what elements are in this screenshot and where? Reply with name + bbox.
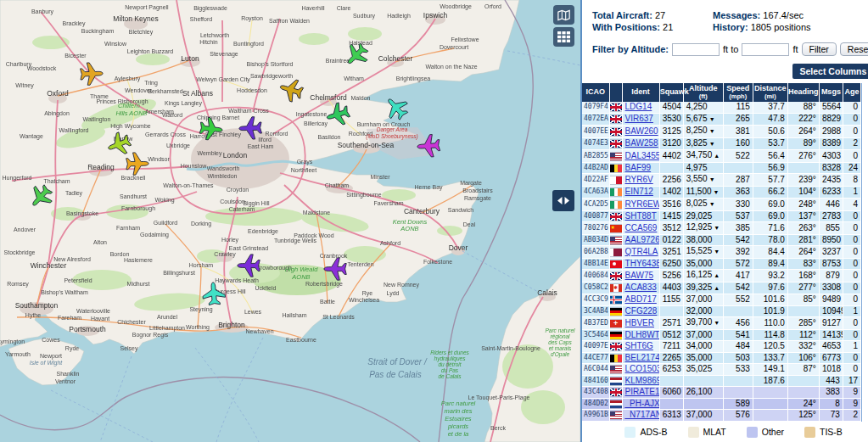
speed-cell: 363 (723, 186, 753, 199)
map-label: et de la (448, 430, 469, 438)
ident-link[interactable]: BAW258 (625, 138, 658, 148)
table-row[interactable]: 44B2ADBAF994,97556.9832824 (582, 162, 861, 174)
column-header[interactable]: Ident (622, 83, 659, 102)
ident-link[interactable]: RYR6V (625, 175, 653, 184)
ident-link[interactable]: BEL2174 (625, 353, 660, 362)
map-label: picards (447, 422, 468, 430)
table-row[interactable]: 4007EEBAW26031258,250 ▼38150.6264°29880 (582, 126, 861, 138)
squawk-cell: 3512 (659, 222, 683, 235)
table-grid-button[interactable] (553, 27, 574, 47)
ident-link[interactable]: SHT6G (625, 341, 653, 350)
heading-cell: 88° (787, 102, 819, 113)
ident-link[interactable]: LDG14 (625, 102, 652, 111)
climbing-icon: ▲ (712, 272, 720, 278)
ident-link[interactable]: THY6438 (625, 259, 660, 268)
ident-link[interactable]: ACA833 (625, 283, 657, 292)
table-row[interactable]: 4CC3C9ABD717115537,000552101.685°94890 (582, 294, 861, 306)
altitude-max-input[interactable] (742, 43, 789, 56)
table-row[interactable]: AB2855DAL3455440234,750 ▲52256.4276°4303… (582, 150, 861, 163)
table-row[interactable]: 40097ESHT6G721134,000484120.5332°46531 (582, 341, 861, 353)
ident-link[interactable]: QTR4LA (625, 247, 658, 256)
ident-link[interactable]: _N717AN (625, 410, 660, 419)
column-header[interactable]: Speed(mph) (723, 83, 753, 102)
map-label: Fareham (58, 315, 81, 321)
ident-link[interactable]: PIRATE14 (625, 387, 660, 396)
table-row[interactable]: AB034DAAL9726012238,00054278.0281°89500 (582, 234, 861, 246)
ident-link[interactable]: HBVER (625, 318, 654, 327)
map-label: Lewes (244, 309, 262, 315)
table-row[interactable]: A9961B_N717AN631337,000576125°732 (582, 410, 861, 422)
table-row[interactable]: 3C4AB4CFG22832,000101.9109491 (582, 305, 861, 317)
squawk-cell: 2256 (659, 174, 683, 187)
table-row[interactable]: 484D02_PH-AJX58924°89 (582, 398, 861, 410)
map-label: Reading (87, 163, 115, 171)
map-label: Woking (154, 197, 174, 204)
ident-link[interactable]: LCO1503 (625, 364, 660, 373)
distance-cell: 66.2 (753, 186, 787, 199)
filter-button[interactable]: Filter (802, 42, 837, 56)
speed-cell: 522 (723, 150, 753, 163)
column-header[interactable]: ICAO (582, 83, 609, 102)
ident-link[interactable]: AAL9726 (625, 235, 660, 244)
table-row[interactable]: 3C5464DLH8WT051237,000541114.8112°141390 (582, 329, 861, 341)
table-row[interactable]: 4BB14ETHY6438625035,00057289.483°87530 (582, 258, 861, 270)
column-header[interactable]: Altitude(ft) (683, 83, 723, 102)
table-row[interactable]: 484160KLM9869187.644317 (582, 375, 861, 387)
table-row[interactable]: 4072EAVIR63735305,675 ▼26547.8222°88290 (582, 113, 861, 126)
map-label: Coulsdon (220, 199, 245, 204)
table-row[interactable]: 400877SHT88T141529,02553769.0137°27830 (582, 210, 861, 222)
select-columns-button[interactable]: Select Columns (792, 64, 868, 79)
icao-cell: 4CA63A (582, 186, 609, 199)
map-label: Estuaires (445, 415, 472, 422)
table-row[interactable]: 4CA63AEIN712140211,500 ▼36366.2104°62331 (582, 186, 861, 199)
table-row[interactable]: 4074E3BAW25831203,825 ▼16053.789°83892 (582, 137, 861, 150)
age-cell: 0 (843, 352, 860, 364)
altitude-min-input[interactable] (672, 43, 720, 56)
ident-link[interactable]: _PH-AJX (625, 399, 660, 408)
column-header[interactable]: Heading (787, 83, 819, 102)
ident-link[interactable]: SHT88T (625, 211, 657, 221)
ident-link[interactable]: ABD717 (625, 294, 657, 304)
ident-link[interactable]: BAW75 (625, 271, 654, 280)
ident-link[interactable]: BAF99 (625, 163, 652, 172)
map[interactable]: BanburyBrackleyBuckinghamNewport Pagnell… (0, 0, 580, 442)
table-row[interactable]: 780276CCA569351212,925 ▼38571.6263°8550 (582, 222, 861, 235)
table-row[interactable]: 06A2B8QTR4LA325115,525 ▼39284.4264°32370 (582, 246, 861, 259)
distance-cell: 50.6 (753, 126, 787, 138)
ident-link[interactable]: KLM9869 (625, 376, 660, 385)
ident-link[interactable]: VIR637 (625, 114, 653, 123)
table-row[interactable]: 44CE77BEL2174226535,000503133.7106°67730 (582, 352, 861, 364)
heading-cell: 89° (787, 137, 819, 150)
column-header[interactable] (609, 83, 622, 102)
column-header[interactable]: Squawk (659, 83, 683, 102)
ident-link[interactable]: EIN712 (625, 187, 653, 196)
map-layers-button[interactable] (553, 5, 574, 25)
ident-link[interactable]: CCA569 (625, 223, 658, 232)
table-row[interactable]: A6C044LCO1503625335,025533149.187°10180 (582, 364, 861, 376)
flag-cell (609, 162, 622, 174)
ident-link[interactable]: CFG228 (625, 306, 658, 316)
ident-link[interactable]: DAL3455 (625, 151, 660, 160)
table-row[interactable]: 4D22AFRYR6V22563,550 ▼28757.7239°24358 (582, 174, 861, 187)
column-header[interactable]: Distance(mi) (753, 83, 787, 102)
map-label: Saffron Walden (269, 18, 310, 24)
msgs-cell: 9489 (819, 294, 843, 306)
sidebar-toggle-button[interactable] (552, 190, 574, 211)
ident-link[interactable]: DLH8WT (625, 330, 660, 339)
map-label: Sandwich (448, 207, 473, 213)
ident-link[interactable]: BAW260 (625, 126, 658, 136)
reset-button[interactable]: Reset (840, 42, 868, 56)
table-row[interactable]: 4079F4LDG1445044,25011537.788°55640 (582, 102, 861, 113)
icao-cell: AB034D (582, 234, 609, 246)
table-row[interactable]: C058C2ACA833440339,325 ▲54297.6277°33080 (582, 282, 861, 294)
column-header[interactable]: Msgs (819, 83, 843, 102)
table-row[interactable]: 4CA2D5RYR6EW35168,025 ▼33069.0248°4464 (582, 199, 861, 211)
table-row[interactable]: 4B37EDHBVER257139,700 ▼456110.0285°91270 (582, 317, 861, 330)
ident-link[interactable]: RYR6EW (625, 199, 660, 209)
table-header-row[interactable]: ICAOIdentSquawkAltitude(ft)Speed(mph)Dis… (582, 83, 861, 102)
heading-cell: 137° (787, 210, 819, 222)
column-header[interactable]: Age (843, 83, 860, 102)
map-label: Hadleigh (387, 13, 411, 20)
table-row[interactable]: 400684BAW75525616,125 ▲41793.2168°8790 (582, 270, 861, 283)
table-row[interactable]: 43C408PIRATE14606026,1003839 (582, 387, 861, 399)
